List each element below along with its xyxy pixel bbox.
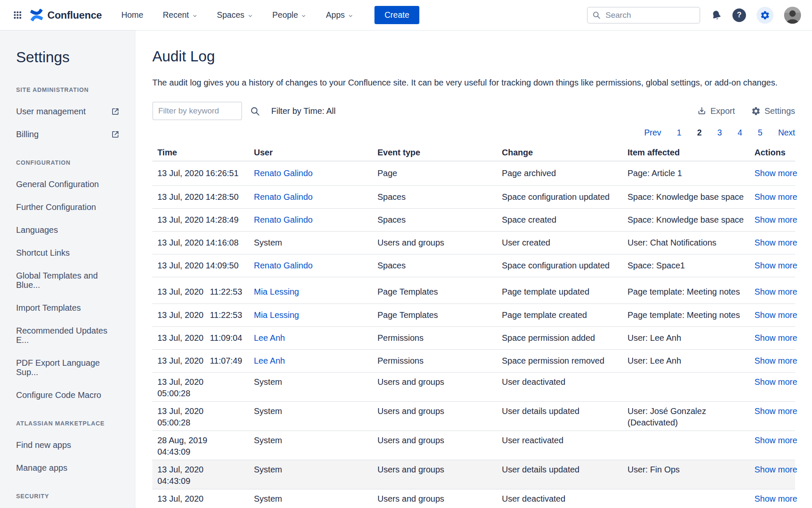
chevron-down-icon [301, 13, 306, 19]
event-time: 11:22:53 [210, 287, 242, 296]
pagination-page[interactable]: 4 [738, 128, 742, 138]
user-name: System [254, 436, 282, 445]
pagination-next[interactable]: Next [778, 128, 795, 138]
show-more-link[interactable]: Show more [754, 261, 797, 270]
sidebar-section-atlassian-marketplace: ATLASSIAN MARKETPLACEFind new appsManage… [16, 420, 120, 472]
filter-keyword-input[interactable] [152, 102, 242, 120]
show-more-link[interactable]: Show more [754, 356, 797, 365]
event-date: 13 Jul, 2020 [157, 287, 204, 296]
time-filter-dropdown[interactable]: Filter by Time: All [271, 106, 336, 116]
cell-time: 13 Jul, 202011:22:53 [157, 310, 254, 320]
table-row: 13 Jul, 202011:09:04Lee AnhPermissionsSp… [152, 327, 795, 350]
cell-change: Page template created [502, 310, 628, 320]
cell-change: User deactivated [502, 376, 628, 388]
cell-actions: Show more [754, 261, 795, 271]
show-more-link[interactable]: Show more [754, 494, 797, 503]
nav-item-people[interactable]: People [273, 10, 307, 20]
show-more-link[interactable]: Show more [754, 436, 797, 445]
cell-event-type: Spaces [377, 215, 502, 225]
pagination-page[interactable]: 5 [758, 128, 762, 138]
sidebar-item-global-templates-and-blue[interactable]: Global Templates and Blue... [16, 271, 120, 290]
event-time: 11:09:04 [210, 333, 242, 342]
event-time: 14:09:50 [206, 261, 239, 270]
user-avatar[interactable] [784, 7, 801, 24]
pagination-prev[interactable]: Prev [644, 128, 661, 138]
cell-time: 13 Jul, 202004:43:09 [157, 464, 254, 487]
nav-item-spaces[interactable]: Spaces [217, 10, 253, 20]
show-more-link[interactable]: Show more [754, 333, 797, 342]
event-date: 13 Jul, 2020 [157, 376, 248, 388]
user-link[interactable]: Mia Lessing [254, 310, 299, 320]
sidebar-item-languages[interactable]: Languages [16, 225, 120, 235]
table-row: 13 Jul, 202011:22:53Mia LessingPage Temp… [152, 304, 795, 327]
show-more-link[interactable]: Show more [754, 310, 797, 320]
cell-user: Lee Anh [254, 333, 377, 343]
user-link[interactable]: Mia Lessing [254, 287, 299, 296]
cell-user: Renato Galindo [254, 192, 377, 202]
nav-item-home[interactable]: Home [121, 10, 143, 20]
sidebar-section-heading: CONFIGURATION [16, 159, 120, 166]
logo-wordmark: Confluence [47, 9, 102, 21]
bell-icon [710, 8, 723, 22]
filter-row: Filter by Time: All Export Settings [152, 102, 795, 120]
sidebar-item-further-configuration[interactable]: Further Configuration [16, 202, 120, 212]
show-more-link[interactable]: Show more [754, 406, 797, 416]
gear-icon [751, 106, 761, 116]
sidebar-item-billing[interactable]: Billing [16, 130, 120, 139]
event-date: 28 Aug, 2019 [157, 435, 248, 446]
show-more-link[interactable]: Show more [754, 287, 797, 296]
settings-sidebar: Settings SITE ADMINISTRATIONUser managem… [0, 30, 135, 508]
sidebar-item-find-new-apps[interactable]: Find new apps [16, 440, 120, 450]
notifications-button[interactable] [711, 10, 722, 21]
sidebar-item-label: Global Templates and Blue... [16, 271, 120, 290]
user-link[interactable]: Lee Anh [254, 333, 285, 342]
show-more-link[interactable]: Show more [754, 465, 797, 474]
user-link[interactable]: Lee Anh [254, 356, 285, 365]
global-search[interactable] [587, 7, 700, 24]
chevron-down-icon [248, 13, 253, 19]
event-date: 13 Jul, 2020 [157, 192, 204, 202]
sidebar-item-configure-code-macro[interactable]: Configure Code Macro [16, 390, 120, 400]
show-more-link[interactable]: Show more [754, 238, 797, 247]
sidebar-item-pdf-export-language-sup[interactable]: PDF Export Language Sup... [16, 358, 120, 377]
event-date: 13 Jul, 2020 [157, 238, 204, 247]
show-more-link[interactable]: Show more [754, 168, 797, 178]
sidebar-item-manage-apps[interactable]: Manage apps [16, 463, 120, 472]
cell-change: User created [502, 238, 628, 248]
show-more-link[interactable]: Show more [754, 377, 797, 387]
admin-settings-button[interactable] [757, 7, 773, 24]
cell-item-affected: Page: Article 1 [628, 168, 754, 178]
create-button[interactable]: Create [374, 6, 420, 24]
sidebar-item-shortcut-links[interactable]: Shortcut Links [16, 248, 120, 257]
cell-item-affected: User: José Gonzalez (Deactivated) [628, 406, 754, 428]
show-more-link[interactable]: Show more [754, 192, 797, 202]
filter-search-button[interactable] [249, 105, 261, 117]
table-row: 13 Jul, 2020SystemUsers and groupsUser d… [152, 489, 795, 508]
cell-event-type: Users and groups [377, 464, 502, 475]
app-switcher-button[interactable] [11, 8, 24, 22]
pagination-page[interactable]: 1 [677, 128, 682, 138]
table-settings-button[interactable]: Settings [751, 106, 795, 116]
sidebar-item-import-templates[interactable]: Import Templates [16, 303, 120, 312]
sidebar-item-user-management[interactable]: User management [16, 107, 120, 116]
sidebar-item-general-configuration[interactable]: General Configuration [16, 179, 120, 189]
user-link[interactable]: Renato Galindo [254, 168, 313, 178]
event-time: 16:26:51 [206, 168, 239, 178]
nav-item-apps[interactable]: Apps [326, 10, 353, 20]
cell-event-type: Page Templates [377, 310, 502, 320]
export-button[interactable]: Export [697, 106, 735, 116]
show-more-link[interactable]: Show more [754, 215, 797, 224]
cell-user: System [254, 464, 377, 475]
sidebar-item-recommended-updates-e[interactable]: Recommended Updates E... [16, 326, 120, 345]
user-link[interactable]: Renato Galindo [254, 215, 313, 224]
user-link[interactable]: Renato Galindo [254, 261, 313, 270]
help-button[interactable]: ? [732, 8, 746, 22]
search-input[interactable] [605, 10, 695, 20]
cell-time: 13 Jul, 202014:28:49 [157, 215, 254, 225]
pagination-page[interactable]: 3 [717, 128, 722, 138]
user-link[interactable]: Renato Galindo [254, 192, 313, 202]
confluence-logo[interactable]: Confluence [30, 8, 102, 22]
cell-item-affected: Space: Knowledge base space [628, 192, 754, 202]
pagination-page-current[interactable]: 2 [697, 128, 702, 138]
nav-item-recent[interactable]: Recent [163, 10, 198, 20]
